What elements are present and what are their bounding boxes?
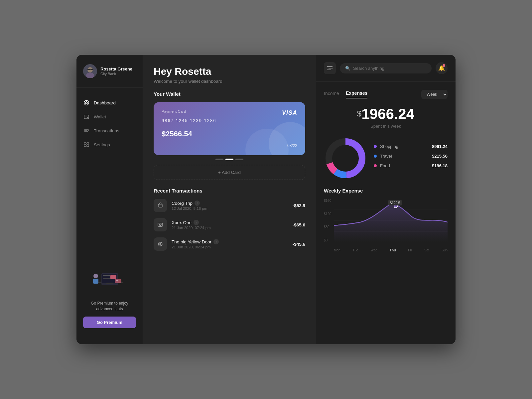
transaction-item: Coorg Trip ↑ 12 Jul 2020, 5:16 pm -$52.9 xyxy=(154,199,305,212)
donut-chart xyxy=(324,137,367,180)
tab-income[interactable]: Income xyxy=(324,91,339,98)
legend-name-shopping: Shopping xyxy=(380,144,429,149)
svg-point-9 xyxy=(85,102,87,104)
chart-x-tue: Tue xyxy=(353,248,358,252)
chart-x-thu: Thu xyxy=(390,248,396,252)
transaction-arrow-1: ↑ xyxy=(195,200,200,206)
svg-rect-26 xyxy=(106,283,113,284)
svg-rect-32 xyxy=(158,223,163,226)
transaction-info-1: Coorg Trip ↑ 12 Jul 2020, 5:16 pm xyxy=(172,200,288,210)
search-input[interactable] xyxy=(353,66,426,71)
svg-rect-23 xyxy=(110,275,116,279)
premium-illustration xyxy=(86,263,133,297)
expense-label: Spent this week xyxy=(324,124,448,129)
sidebar-item-wallet[interactable]: Wallet xyxy=(76,110,143,124)
transaction-amount-3: -$45.6 xyxy=(293,242,305,247)
legend-name-food: Food xyxy=(380,163,429,168)
wallet-section-title: Your Wallet xyxy=(154,91,305,97)
legend-name-travel: Travel xyxy=(380,154,429,159)
legend-item-shopping: Shopping $961.24 xyxy=(374,144,448,149)
weekly-expense-title: Weekly Expense xyxy=(324,188,448,194)
greeting-subtitle: Welcome to your wallet dashboard xyxy=(154,79,305,84)
avatar xyxy=(83,64,97,78)
card-balance: $2566.54 xyxy=(162,130,297,138)
svg-point-24 xyxy=(93,274,98,278)
chart-area: $122.5 xyxy=(334,199,448,242)
sidebar-item-label-dashboard: Dashboard xyxy=(94,100,116,105)
svg-rect-20 xyxy=(103,275,110,276)
settings-icon xyxy=(83,141,90,148)
chart-x-sun: Sun xyxy=(442,248,448,252)
search-bar[interactable]: 🔍 xyxy=(340,63,432,73)
main-header: Hey Rosetta Welcome to your wallet dashb… xyxy=(154,66,305,84)
svg-point-35 xyxy=(160,243,161,245)
search-icon: 🔍 xyxy=(345,66,350,71)
weekly-chart: $160 $120 $80 $0 xyxy=(324,199,448,252)
transactions-list: Coorg Trip ↑ 12 Jul 2020, 5:16 pm -$52.9 xyxy=(154,199,305,257)
expense-amount-section: $1966.24 Spent this week xyxy=(324,106,448,129)
svg-rect-31 xyxy=(158,204,162,207)
svg-marker-39 xyxy=(332,67,332,69)
tab-expenses[interactable]: Expenses xyxy=(346,90,367,98)
legend: Shopping $961.24 Travel $215.56 Food $19… xyxy=(374,144,448,173)
transactions-icon xyxy=(83,127,90,134)
legend-item-travel: Travel $215.56 xyxy=(374,154,448,159)
chart-y-label-0: $0 xyxy=(324,238,331,242)
transaction-date-3: 21 Jun 2020, 06:24 pm xyxy=(172,245,288,249)
transaction-amount-1: -$52.9 xyxy=(293,203,305,208)
chart-y-label-120: $120 xyxy=(324,212,331,216)
chart-y-label-160: $160 xyxy=(324,199,331,202)
add-card-button[interactable]: + Add Card xyxy=(154,165,305,180)
expense-amount: $1966.24 xyxy=(324,106,448,122)
user-info: Rosetta Greene City Bank xyxy=(100,66,132,76)
chart-x-sat: Sat xyxy=(424,248,429,252)
transaction-info-3: The big Yellow Door ↑ 21 Jun 2020, 06:24… xyxy=(172,239,288,249)
transaction-icon-2 xyxy=(154,218,167,231)
svg-rect-13 xyxy=(84,143,86,144)
dashboard-icon xyxy=(83,99,90,106)
notification-dot xyxy=(443,64,445,67)
svg-rect-22 xyxy=(103,278,111,279)
go-premium-button[interactable]: Go Premium xyxy=(83,317,136,328)
svg-rect-14 xyxy=(87,143,89,144)
user-bank: City Bank xyxy=(100,72,132,76)
chart-y-label-80: $80 xyxy=(324,225,331,229)
main-content: Hey Rosetta Welcome to your wallet dashb… xyxy=(143,55,316,344)
user-section: Rosetta Greene City Bank xyxy=(76,64,143,88)
payment-card: Payment Card VISA 9867 1245 1239 1286 $2… xyxy=(154,102,305,155)
chart-x-labels: Mon Tue Wed Thu Fri Sat Sun xyxy=(334,248,448,252)
transaction-date-2: 21 Jun 2020, 07:24 pm xyxy=(172,226,288,230)
right-panel: 🔍 🔔 Income Expenses Week Month Year xyxy=(316,55,456,344)
svg-rect-30 xyxy=(116,282,119,282)
card-dots xyxy=(154,159,305,160)
chart-x-mon: Mon xyxy=(334,248,340,252)
legend-value-food: $196.18 xyxy=(432,163,448,168)
sidebar-item-dashboard[interactable]: Dashboard xyxy=(76,96,143,110)
right-body: Income Expenses Week Month Year $1966.24… xyxy=(316,82,456,344)
menu-button[interactable] xyxy=(324,62,336,74)
card-expiry: 08/22 xyxy=(287,143,297,148)
card-number: 9867 1245 1239 1286 xyxy=(162,118,297,123)
svg-rect-12 xyxy=(87,117,88,118)
week-select[interactable]: Week Month Year xyxy=(421,90,448,99)
card-brand: VISA xyxy=(282,109,297,116)
sidebar-item-settings[interactable]: Settings xyxy=(76,138,143,152)
svg-rect-28 xyxy=(116,280,118,281)
svg-rect-16 xyxy=(87,145,89,147)
legend-value-travel: $215.56 xyxy=(432,154,448,159)
nav-menu: Dashboard Wallet xyxy=(76,88,143,257)
legend-value-shopping: $961.24 xyxy=(432,144,448,149)
card-label: Payment Card xyxy=(162,109,297,113)
sidebar-item-transactions[interactable]: Transcations xyxy=(76,124,143,138)
expense-tabs: Income Expenses Week Month Year xyxy=(324,90,448,99)
chart-y-labels: $160 $120 $80 $0 xyxy=(324,199,331,242)
transactions-title: Recent Transactions xyxy=(154,188,305,194)
svg-text:$122.5: $122.5 xyxy=(390,201,400,205)
notification-button[interactable]: 🔔 xyxy=(436,62,448,74)
transaction-date-1: 12 Jul 2020, 5:16 pm xyxy=(172,206,288,210)
card-dot-3 xyxy=(235,159,243,160)
svg-rect-25 xyxy=(93,279,98,284)
svg-rect-29 xyxy=(116,281,120,281)
transaction-icon-3 xyxy=(154,237,167,251)
wallet-icon xyxy=(83,113,90,120)
